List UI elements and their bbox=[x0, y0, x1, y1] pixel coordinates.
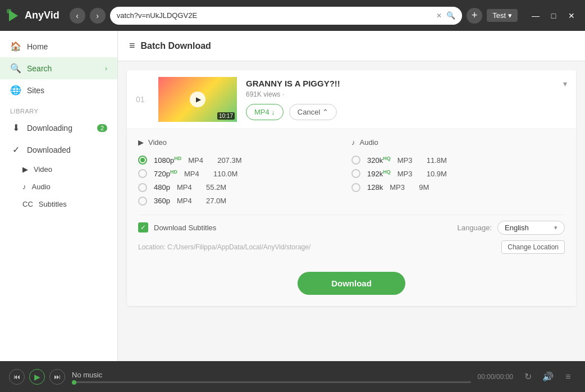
check-icon: ✓ bbox=[10, 144, 21, 155]
user-dropdown-icon: ▾ bbox=[508, 11, 512, 20]
video-section-title: ▶ Video bbox=[138, 138, 351, 147]
player-progress bbox=[72, 381, 471, 383]
video-duration: 10:17 bbox=[217, 112, 235, 120]
cancel-button[interactable]: Cancel ⌃ bbox=[289, 104, 337, 120]
format-columns: ▶ Video 1080pHD MP4 207.3M bbox=[138, 138, 565, 208]
video-info: GRANNY IS A PIGGY?!! 691K views · MP4 ↓ … bbox=[246, 79, 567, 120]
search-icon: 🔍 bbox=[446, 11, 455, 20]
user-name: Test bbox=[492, 11, 506, 20]
next-track-button[interactable]: ⏭ bbox=[49, 369, 65, 385]
sidebar: 🏠 Home 🔍 Search › 🌐 Sites Library ⬇ Down… bbox=[0, 31, 118, 392]
sidebar-item-search[interactable]: 🔍 Search › bbox=[0, 57, 117, 79]
repeat-button[interactable]: ↻ bbox=[520, 369, 536, 385]
sidebar-item-home[interactable]: 🏠 Home bbox=[0, 35, 117, 57]
location-row: Location: C:/Users/Filippa/AppData/Local… bbox=[138, 240, 565, 254]
app-name: AnyVid bbox=[25, 10, 60, 21]
format-radio-720p[interactable] bbox=[138, 169, 147, 178]
video-number: 01 bbox=[136, 95, 149, 104]
language-label: Language: bbox=[458, 224, 492, 232]
home-icon: 🏠 bbox=[10, 41, 21, 52]
download-button[interactable]: Download bbox=[298, 272, 405, 295]
player-title: No music bbox=[72, 371, 471, 379]
sidebar-home-label: Home bbox=[27, 42, 107, 51]
top-bar: AnyVid ‹ › vatch?v=nUkJLDQGV2E ✕ 🔍 + Tes… bbox=[0, 0, 585, 31]
globe-icon: 🌐 bbox=[10, 85, 21, 95]
mp4-format-button[interactable]: MP4 ↓ bbox=[246, 104, 284, 120]
playlist-button[interactable]: ≡ bbox=[560, 369, 576, 385]
library-section-label: Library bbox=[0, 101, 117, 117]
audio-icon: ♪ bbox=[22, 183, 26, 191]
format-radio-192k[interactable] bbox=[351, 169, 360, 178]
language-value: English bbox=[505, 224, 529, 232]
format-quality-720p: 720pHD bbox=[154, 169, 177, 178]
window-controls: — □ ✕ bbox=[528, 8, 579, 24]
nav-back-button[interactable]: ‹ bbox=[70, 8, 85, 24]
format-quality-320k: 320kHQ bbox=[367, 156, 391, 165]
video-actions: MP4 ↓ Cancel ⌃ bbox=[246, 104, 567, 120]
audio-format-column: ♪ Audio 320kHQ MP3 11.8M bbox=[351, 138, 565, 208]
format-size-480p: 55.2M bbox=[206, 183, 226, 192]
sidebar-audio-label: Audio bbox=[32, 183, 51, 191]
sidebar-sub-subtitles[interactable]: CC Subtitles bbox=[0, 195, 117, 213]
subtitles-icon: CC bbox=[22, 200, 33, 208]
format-ext-320k: MP3 bbox=[397, 156, 420, 165]
url-text: vatch?v=nUkJLDQGV2E bbox=[117, 11, 432, 20]
format-ext-128k: MP3 bbox=[390, 183, 412, 192]
format-ext-192k: MP3 bbox=[397, 170, 420, 178]
user-menu[interactable]: Test ▾ bbox=[487, 9, 518, 22]
sidebar-downloading-label: Downloading bbox=[27, 124, 92, 133]
format-radio-128k[interactable] bbox=[351, 183, 360, 192]
format-size-1080p: 207.3M bbox=[217, 156, 241, 165]
format-quality-192k: 192kHQ bbox=[367, 169, 391, 178]
card-dropdown-icon: ▾ bbox=[563, 79, 567, 88]
language-dropdown-icon: ▾ bbox=[554, 224, 557, 231]
change-location-button[interactable]: Change Location bbox=[501, 240, 565, 254]
prev-track-button[interactable]: ⏮ bbox=[9, 369, 25, 385]
sidebar-sub-audio[interactable]: ♪ Audio bbox=[0, 178, 117, 195]
format-size-720p: 110.0M bbox=[213, 170, 237, 178]
language-select[interactable]: English ▾ bbox=[497, 221, 565, 235]
format-radio-360p[interactable] bbox=[138, 197, 147, 206]
add-tab-button[interactable]: + bbox=[467, 8, 482, 24]
close-tab-icon[interactable]: ✕ bbox=[436, 12, 442, 20]
play-pause-button[interactable]: ▶ bbox=[29, 369, 45, 385]
minimize-button[interactable]: — bbox=[528, 8, 543, 24]
sidebar-item-downloaded[interactable]: ✓ Downloaded bbox=[0, 139, 117, 161]
sidebar-sub-video[interactable]: ▶ Video bbox=[0, 161, 117, 178]
sidebar-video-label: Video bbox=[34, 165, 52, 174]
downloading-badge: 2 bbox=[97, 124, 107, 132]
video-thumbnail: ▶ 10:17 bbox=[158, 77, 237, 122]
player-bar: ⏮ ▶ ⏭ No music 00:00/00:00 ↻ 🔊 ≡ bbox=[0, 361, 585, 392]
format-radio-1080p[interactable] bbox=[138, 156, 147, 165]
sidebar-item-downloading[interactable]: ⬇ Downloading 2 bbox=[0, 117, 117, 139]
format-quality-128k: 128k bbox=[367, 183, 383, 192]
maximize-button[interactable]: □ bbox=[546, 8, 561, 24]
format-row-360p: 360p MP4 27.0M bbox=[138, 194, 351, 208]
close-button[interactable]: ✕ bbox=[564, 8, 579, 24]
video-icon: ▶ bbox=[22, 165, 28, 174]
progress-bar[interactable] bbox=[72, 381, 471, 383]
batch-download-header: ≡ Batch Download bbox=[118, 31, 585, 61]
main-layout: 🏠 Home 🔍 Search › 🌐 Sites Library ⬇ Down… bbox=[0, 31, 585, 392]
subtitle-checkbox[interactable]: ✓ bbox=[138, 222, 148, 233]
video-header: 01 ▶ 10:17 GRANNY IS A PIGGY?!! 691K vie… bbox=[127, 70, 576, 129]
format-row-128k: 128k MP3 9M bbox=[351, 181, 565, 194]
format-quality-480p: 480p bbox=[154, 183, 170, 192]
sidebar-item-sites[interactable]: 🌐 Sites bbox=[0, 79, 117, 101]
format-size-128k: 9M bbox=[419, 183, 429, 192]
player-info: No music bbox=[72, 371, 471, 383]
format-ext-1080p: MP4 bbox=[188, 156, 211, 165]
url-bar[interactable]: vatch?v=nUkJLDQGV2E ✕ 🔍 bbox=[110, 7, 462, 25]
format-row-720p: 720pHD MP4 110.0M bbox=[138, 167, 351, 180]
nav-forward-button[interactable]: › bbox=[90, 8, 106, 24]
format-radio-320k[interactable] bbox=[351, 156, 360, 165]
download-icon: ⬇ bbox=[10, 122, 21, 133]
format-ext-360p: MP4 bbox=[177, 197, 199, 205]
format-size-320k: 11.8M bbox=[427, 156, 447, 165]
volume-button[interactable]: 🔊 bbox=[540, 369, 556, 385]
format-radio-480p[interactable] bbox=[138, 183, 147, 192]
download-section: Download bbox=[127, 263, 576, 306]
audio-section-icon: ♪ bbox=[351, 138, 355, 147]
chevron-right-icon: › bbox=[105, 65, 107, 72]
progress-indicator bbox=[72, 380, 76, 385]
